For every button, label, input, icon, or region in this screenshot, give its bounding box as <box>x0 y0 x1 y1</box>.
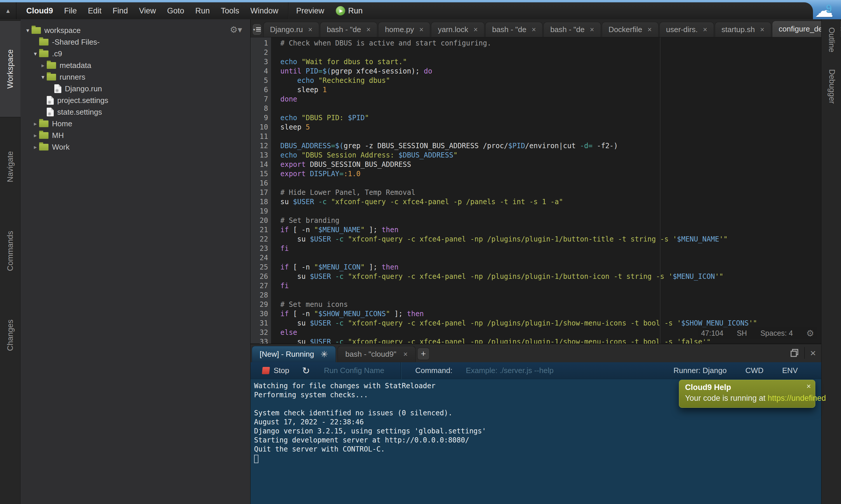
indent-setting[interactable]: Spaces: 4 <box>760 329 793 338</box>
status-gear-icon[interactable]: ⚙ <box>806 328 814 338</box>
tree-row[interactable]: ▾runners <box>20 71 250 83</box>
code-editor[interactable]: 1234567891011121314151617181920212223242… <box>251 37 821 344</box>
close-tab-icon[interactable]: × <box>308 25 312 34</box>
play-icon: ▶ <box>336 6 345 16</box>
menu-item-file[interactable]: File <box>64 6 77 16</box>
preview-button[interactable]: Preview <box>296 6 324 16</box>
caret-right-icon[interactable]: ▸ <box>39 62 47 69</box>
command-input[interactable]: Example: ./server.js --help <box>466 366 554 375</box>
syntax-mode[interactable]: SH <box>737 329 747 338</box>
close-tab-icon[interactable]: × <box>474 25 478 34</box>
code-line: if [ -n "$MENU_ICON" ]; then <box>280 263 821 272</box>
close-tab-icon[interactable]: × <box>366 25 371 34</box>
editor-tab-bash-de[interactable]: bash - "de× <box>485 22 543 37</box>
close-tab-icon[interactable]: × <box>703 25 707 34</box>
close-tab-icon[interactable]: × <box>647 25 652 34</box>
close-tab-icon[interactable]: × <box>760 25 765 34</box>
run-config-name-input[interactable]: Run Config Name <box>324 366 384 375</box>
running-url-link[interactable]: https://undefined <box>768 394 826 402</box>
sidebar-tab-navigate[interactable]: Navigate <box>0 131 20 202</box>
close-tab-icon[interactable]: × <box>419 25 424 34</box>
menu-item-find[interactable]: Find <box>113 6 128 16</box>
close-tab-icon[interactable]: × <box>403 350 408 358</box>
terminal-cursor <box>254 455 258 463</box>
tree-row[interactable]: ▸metadata <box>20 59 250 71</box>
editor-column: ▾ Django.ru×bash - "de×home.py×yarn.lock… <box>251 19 821 504</box>
menu-bar: ▲ Cloud9 FileEditFindViewGotoRunToolsWin… <box>0 2 813 19</box>
editor-tab-startup-sh[interactable]: startup.sh× <box>715 22 771 37</box>
menu-item-tools[interactable]: Tools <box>221 6 239 16</box>
console-tab--new-running[interactable]: [New] - Running✳ <box>252 346 336 362</box>
right-tab-debugger[interactable]: Debugger <box>821 63 841 110</box>
tab-list-button[interactable]: ▾ <box>253 24 261 35</box>
maximize-console-icon[interactable] <box>790 348 799 357</box>
close-console-icon[interactable]: × <box>810 347 816 359</box>
tree-row[interactable]: state.settings <box>20 106 250 118</box>
menu-item-view[interactable]: View <box>139 6 156 16</box>
right-tab-outline[interactable]: Outline <box>821 21 841 58</box>
code-area[interactable]: # Check when DBUS is active and start co… <box>271 37 821 344</box>
tree-item-label: runners <box>59 73 85 82</box>
caret-down-icon[interactable]: ▾ <box>39 73 47 80</box>
line-number: 29 <box>251 300 268 309</box>
cursor-position[interactable]: 47:104 <box>701 329 723 338</box>
menu-cloud9[interactable]: Cloud9 <box>26 6 53 16</box>
stop-button[interactable]: Stop <box>274 366 289 375</box>
tree-row[interactable]: ▸Home <box>20 118 250 129</box>
file-tree-panel: ⚙▾ ▾workspace-Shared Files-▾.c9▸metadata… <box>20 19 251 504</box>
cloud9-help-popup: × Cloud9 Help Your code is running at ht… <box>679 380 815 408</box>
restart-icon[interactable]: ↻ <box>302 365 310 376</box>
cwd-button[interactable]: CWD <box>745 366 763 375</box>
caret-down-icon[interactable]: ▾ <box>32 50 39 57</box>
editor-tab-django-ru[interactable]: Django.ru× <box>263 22 319 37</box>
folder-icon <box>47 74 56 80</box>
editor-tab-home-py[interactable]: home.py× <box>378 22 430 37</box>
editor-tab-label: bash - "de <box>492 25 527 34</box>
line-number: 7 <box>251 94 268 104</box>
editor-tab-bash-de[interactable]: bash - "de× <box>320 22 377 37</box>
run-button[interactable]: ▶ Run <box>336 6 363 16</box>
menu-item-goto[interactable]: Goto <box>167 6 184 16</box>
line-number: 1 <box>251 38 268 48</box>
console-tab-bash-cloud9-[interactable]: bash - "cloud9"× <box>338 346 415 362</box>
editor-tab-label: bash - "de <box>550 25 585 34</box>
menu-item-run[interactable]: Run <box>195 6 210 16</box>
menu-item-window[interactable]: Window <box>250 6 278 16</box>
terminal-line: August 17, 2022 - 22:38:46 <box>254 418 821 427</box>
menu-item-edit[interactable]: Edit <box>88 6 102 16</box>
code-line: echo "Rechecking dbus" <box>280 76 821 85</box>
runner-selector[interactable]: Runner: Django <box>673 366 726 375</box>
code-line <box>280 132 821 141</box>
tree-row[interactable]: ▾.c9 <box>20 48 250 59</box>
code-line: DBUS_ADDRESS=$(grep -z DBUS_SESSION_BUS_… <box>280 141 821 150</box>
close-tab-icon[interactable]: × <box>590 25 594 34</box>
caret-right-icon[interactable]: ▸ <box>32 144 39 150</box>
tree-row[interactable]: -Shared Files- <box>20 36 250 48</box>
close-tab-icon[interactable]: × <box>532 25 536 34</box>
tree-settings-gear-icon[interactable]: ⚙▾ <box>230 24 242 35</box>
caret-right-icon[interactable]: ▸ <box>32 120 39 127</box>
tree-row[interactable]: ▸Work <box>20 141 250 153</box>
editor-tab-label: yarn.lock <box>438 25 468 34</box>
tree-row[interactable]: ▸MH <box>20 129 250 141</box>
command-label: Command: <box>415 366 452 375</box>
caret-right-icon[interactable]: ▸ <box>32 132 39 139</box>
tree-row[interactable]: ▾workspace <box>20 24 250 36</box>
stop-icon[interactable] <box>262 367 270 374</box>
editor-tab-yarn-lock[interactable]: yarn.lock× <box>431 22 484 37</box>
env-button[interactable]: ENV <box>782 366 798 375</box>
sidebar-tab-commands[interactable]: Commands <box>0 212 20 290</box>
sidebar-tab-workspace[interactable]: Workspace <box>0 20 20 117</box>
editor-tab-bash-de[interactable]: bash - "de× <box>544 22 601 37</box>
caret-down-icon[interactable]: ▾ <box>24 27 32 34</box>
code-line: echo "Wait for dbus to start." <box>280 57 821 67</box>
tree-row[interactable]: Django.run <box>20 83 250 94</box>
editor-tab-dockerfile[interactable]: Dockerfile× <box>602 22 658 37</box>
popup-close-icon[interactable]: × <box>807 382 811 391</box>
editor-tab-user-dirs-[interactable]: user-dirs.× <box>659 22 714 37</box>
collapse-menu-button[interactable]: ▲ <box>0 2 16 19</box>
right-tab-label: Debugger <box>827 69 836 104</box>
sidebar-tab-changes[interactable]: Changes <box>0 300 20 371</box>
new-console-tab-button[interactable]: + <box>417 348 430 360</box>
tree-row[interactable]: project.settings <box>20 94 250 106</box>
